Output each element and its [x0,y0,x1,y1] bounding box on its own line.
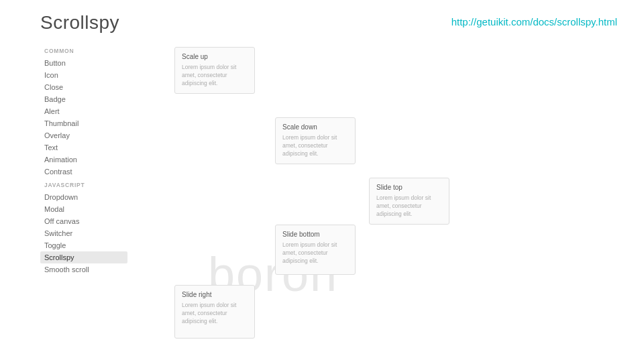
sidebar-item-offcanvas[interactable]: Off canvas [40,215,127,227]
sidebar-section-common: COMMON [40,44,127,57]
panel-scale-up-title: Scale up [182,53,248,60]
header: Scrollspy http://getuikit.com/docs/scrol… [0,0,644,40]
main-content: COMMON Button Icon Close Badge Alert Thu… [0,40,644,355]
panel-scale-down: Scale down Lorem ipsum dolor sit amet, c… [275,117,356,164]
sidebar-item-close[interactable]: Close [40,81,127,93]
sidebar-item-alert[interactable]: Alert [40,105,127,117]
sidebar-item-scrollspy[interactable]: Scrollspy [40,251,127,263]
sidebar-item-dropdown[interactable]: Dropdown [40,191,127,203]
sidebar-item-smoothscroll[interactable]: Smooth scroll [40,263,127,276]
sidebar-section-javascript: JAVASCRIPT [40,178,127,191]
sidebar-item-icon[interactable]: Icon [40,69,127,81]
panel-slide-top: Slide top Lorem ipsum dolor sit amet, co… [369,178,449,225]
panel-scale-up: Scale up Lorem ipsum dolor sit amet, con… [174,47,255,94]
sidebar: COMMON Button Icon Close Badge Alert Thu… [40,40,127,355]
panel-slide-bottom: Slide bottom Lorem ipsum dolor sit amet,… [275,225,356,275]
sidebar-item-contrast[interactable]: Contrast [40,166,127,178]
panel-slide-right-title: Slide right [182,291,248,298]
content-panels: boron Scale up Lorem ipsum dolor sit ame… [141,40,624,355]
panel-slide-bottom-text: Lorem ipsum dolor sit amet, consectetur … [282,241,348,265]
sidebar-item-thumbnail[interactable]: Thumbnail [40,117,127,129]
panel-slide-right-text: Lorem ipsum dolor sit amet, consectetur … [182,302,248,326]
sidebar-item-text[interactable]: Text [40,141,127,154]
panel-scale-down-text: Lorem ipsum dolor sit amet, consectetur … [282,134,348,158]
page-wrapper: Scrollspy http://getuikit.com/docs/scrol… [0,0,644,362]
panel-slide-right: Slide right Lorem ipsum dolor sit amet, … [174,285,255,339]
panel-slide-top-title: Slide top [376,184,442,191]
sidebar-item-button[interactable]: Button [40,57,127,69]
panel-slide-top-text: Lorem ipsum dolor sit amet, consectetur … [376,194,442,219]
panel-scale-down-title: Scale down [282,123,348,131]
sidebar-item-overlay[interactable]: Overlay [40,129,127,141]
sidebar-item-badge[interactable]: Badge [40,93,127,105]
sidebar-item-animation[interactable]: Animation [40,154,127,166]
panel-scale-up-text: Lorem ipsum dolor sit amet, consectetur … [182,64,248,88]
sidebar-item-modal[interactable]: Modal [40,203,127,215]
sidebar-item-switcher[interactable]: Switcher [40,227,127,239]
page-title: Scrollspy [40,12,119,34]
sidebar-item-toggle[interactable]: Toggle [40,239,127,251]
panel-slide-bottom-title: Slide bottom [282,231,348,238]
url-link[interactable]: http://getuikit.com/docs/scrollspy.html [451,12,617,27]
